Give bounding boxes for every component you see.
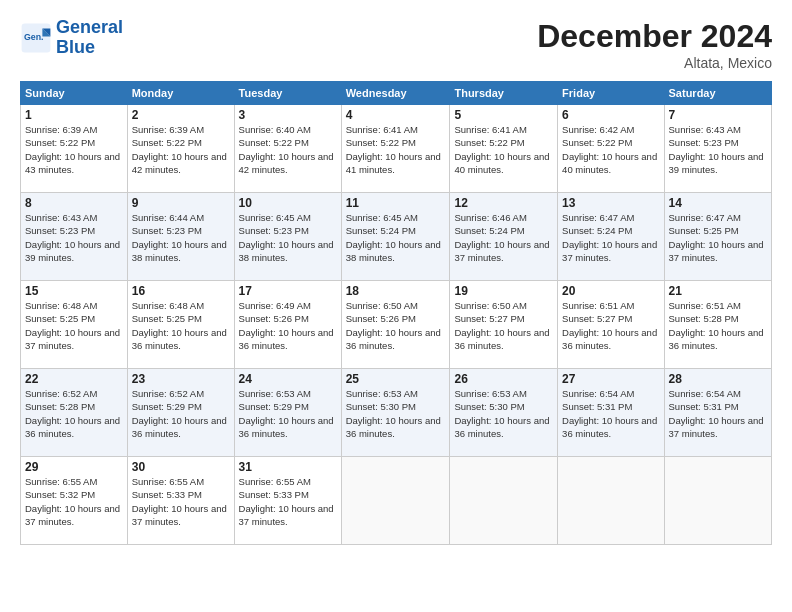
day-info: Sunrise: 6:51 AMSunset: 5:27 PMDaylight:… bbox=[562, 300, 657, 351]
calendar-cell: 16 Sunrise: 6:48 AMSunset: 5:25 PMDaylig… bbox=[127, 281, 234, 369]
day-number: 1 bbox=[25, 108, 123, 122]
day-info: Sunrise: 6:47 AMSunset: 5:25 PMDaylight:… bbox=[669, 212, 764, 263]
day-info: Sunrise: 6:42 AMSunset: 5:22 PMDaylight:… bbox=[562, 124, 657, 175]
day-number: 4 bbox=[346, 108, 446, 122]
day-info: Sunrise: 6:53 AMSunset: 5:29 PMDaylight:… bbox=[239, 388, 334, 439]
day-info: Sunrise: 6:43 AMSunset: 5:23 PMDaylight:… bbox=[25, 212, 120, 263]
day-number: 18 bbox=[346, 284, 446, 298]
calendar-cell: 10 Sunrise: 6:45 AMSunset: 5:23 PMDaylig… bbox=[234, 193, 341, 281]
day-info: Sunrise: 6:40 AMSunset: 5:22 PMDaylight:… bbox=[239, 124, 334, 175]
day-number: 11 bbox=[346, 196, 446, 210]
day-number: 17 bbox=[239, 284, 337, 298]
calendar-cell: 24 Sunrise: 6:53 AMSunset: 5:29 PMDaylig… bbox=[234, 369, 341, 457]
week-row-3: 15 Sunrise: 6:48 AMSunset: 5:25 PMDaylig… bbox=[21, 281, 772, 369]
calendar-cell: 5 Sunrise: 6:41 AMSunset: 5:22 PMDayligh… bbox=[450, 105, 558, 193]
calendar-cell: 31 Sunrise: 6:55 AMSunset: 5:33 PMDaylig… bbox=[234, 457, 341, 545]
day-info: Sunrise: 6:48 AMSunset: 5:25 PMDaylight:… bbox=[132, 300, 227, 351]
day-number: 12 bbox=[454, 196, 553, 210]
svg-text:Gen.: Gen. bbox=[24, 31, 44, 41]
calendar-cell: 3 Sunrise: 6:40 AMSunset: 5:22 PMDayligh… bbox=[234, 105, 341, 193]
day-number: 16 bbox=[132, 284, 230, 298]
day-info: Sunrise: 6:50 AMSunset: 5:27 PMDaylight:… bbox=[454, 300, 549, 351]
general-blue-icon: Gen. bbox=[20, 22, 52, 54]
calendar-cell bbox=[558, 457, 664, 545]
week-row-2: 8 Sunrise: 6:43 AMSunset: 5:23 PMDayligh… bbox=[21, 193, 772, 281]
calendar-cell: 8 Sunrise: 6:43 AMSunset: 5:23 PMDayligh… bbox=[21, 193, 128, 281]
location: Altata, Mexico bbox=[537, 55, 772, 71]
day-info: Sunrise: 6:46 AMSunset: 5:24 PMDaylight:… bbox=[454, 212, 549, 263]
calendar-cell: 15 Sunrise: 6:48 AMSunset: 5:25 PMDaylig… bbox=[21, 281, 128, 369]
day-number: 10 bbox=[239, 196, 337, 210]
calendar-cell: 20 Sunrise: 6:51 AMSunset: 5:27 PMDaylig… bbox=[558, 281, 664, 369]
day-info: Sunrise: 6:53 AMSunset: 5:30 PMDaylight:… bbox=[346, 388, 441, 439]
calendar-cell: 14 Sunrise: 6:47 AMSunset: 5:25 PMDaylig… bbox=[664, 193, 771, 281]
day-number: 22 bbox=[25, 372, 123, 386]
day-info: Sunrise: 6:47 AMSunset: 5:24 PMDaylight:… bbox=[562, 212, 657, 263]
day-info: Sunrise: 6:50 AMSunset: 5:26 PMDaylight:… bbox=[346, 300, 441, 351]
day-number: 30 bbox=[132, 460, 230, 474]
day-info: Sunrise: 6:45 AMSunset: 5:23 PMDaylight:… bbox=[239, 212, 334, 263]
calendar-cell: 9 Sunrise: 6:44 AMSunset: 5:23 PMDayligh… bbox=[127, 193, 234, 281]
logo-line1: General bbox=[56, 18, 123, 38]
day-info: Sunrise: 6:54 AMSunset: 5:31 PMDaylight:… bbox=[562, 388, 657, 439]
col-header-monday: Monday bbox=[127, 82, 234, 105]
day-info: Sunrise: 6:44 AMSunset: 5:23 PMDaylight:… bbox=[132, 212, 227, 263]
calendar-cell: 30 Sunrise: 6:55 AMSunset: 5:33 PMDaylig… bbox=[127, 457, 234, 545]
calendar-cell: 17 Sunrise: 6:49 AMSunset: 5:26 PMDaylig… bbox=[234, 281, 341, 369]
col-header-friday: Friday bbox=[558, 82, 664, 105]
calendar-cell: 25 Sunrise: 6:53 AMSunset: 5:30 PMDaylig… bbox=[341, 369, 450, 457]
calendar-cell bbox=[450, 457, 558, 545]
day-info: Sunrise: 6:51 AMSunset: 5:28 PMDaylight:… bbox=[669, 300, 764, 351]
calendar-cell: 11 Sunrise: 6:45 AMSunset: 5:24 PMDaylig… bbox=[341, 193, 450, 281]
day-number: 28 bbox=[669, 372, 767, 386]
col-header-wednesday: Wednesday bbox=[341, 82, 450, 105]
day-number: 7 bbox=[669, 108, 767, 122]
col-header-tuesday: Tuesday bbox=[234, 82, 341, 105]
day-number: 14 bbox=[669, 196, 767, 210]
day-number: 13 bbox=[562, 196, 659, 210]
day-info: Sunrise: 6:41 AMSunset: 5:22 PMDaylight:… bbox=[346, 124, 441, 175]
day-info: Sunrise: 6:52 AMSunset: 5:29 PMDaylight:… bbox=[132, 388, 227, 439]
day-number: 5 bbox=[454, 108, 553, 122]
logo: Gen. General Blue bbox=[20, 18, 123, 58]
day-info: Sunrise: 6:39 AMSunset: 5:22 PMDaylight:… bbox=[25, 124, 120, 175]
col-header-thursday: Thursday bbox=[450, 82, 558, 105]
col-header-saturday: Saturday bbox=[664, 82, 771, 105]
calendar-cell: 2 Sunrise: 6:39 AMSunset: 5:22 PMDayligh… bbox=[127, 105, 234, 193]
day-number: 15 bbox=[25, 284, 123, 298]
day-number: 8 bbox=[25, 196, 123, 210]
day-info: Sunrise: 6:45 AMSunset: 5:24 PMDaylight:… bbox=[346, 212, 441, 263]
day-info: Sunrise: 6:54 AMSunset: 5:31 PMDaylight:… bbox=[669, 388, 764, 439]
week-row-4: 22 Sunrise: 6:52 AMSunset: 5:28 PMDaylig… bbox=[21, 369, 772, 457]
calendar-cell: 13 Sunrise: 6:47 AMSunset: 5:24 PMDaylig… bbox=[558, 193, 664, 281]
calendar-cell: 27 Sunrise: 6:54 AMSunset: 5:31 PMDaylig… bbox=[558, 369, 664, 457]
col-header-sunday: Sunday bbox=[21, 82, 128, 105]
day-number: 21 bbox=[669, 284, 767, 298]
day-info: Sunrise: 6:39 AMSunset: 5:22 PMDaylight:… bbox=[132, 124, 227, 175]
calendar-cell: 12 Sunrise: 6:46 AMSunset: 5:24 PMDaylig… bbox=[450, 193, 558, 281]
day-info: Sunrise: 6:55 AMSunset: 5:33 PMDaylight:… bbox=[132, 476, 227, 527]
week-row-5: 29 Sunrise: 6:55 AMSunset: 5:32 PMDaylig… bbox=[21, 457, 772, 545]
calendar-cell: 28 Sunrise: 6:54 AMSunset: 5:31 PMDaylig… bbox=[664, 369, 771, 457]
day-number: 31 bbox=[239, 460, 337, 474]
calendar-cell: 7 Sunrise: 6:43 AMSunset: 5:23 PMDayligh… bbox=[664, 105, 771, 193]
week-row-1: 1 Sunrise: 6:39 AMSunset: 5:22 PMDayligh… bbox=[21, 105, 772, 193]
day-number: 24 bbox=[239, 372, 337, 386]
day-number: 2 bbox=[132, 108, 230, 122]
calendar-cell: 1 Sunrise: 6:39 AMSunset: 5:22 PMDayligh… bbox=[21, 105, 128, 193]
calendar-cell: 19 Sunrise: 6:50 AMSunset: 5:27 PMDaylig… bbox=[450, 281, 558, 369]
day-number: 26 bbox=[454, 372, 553, 386]
calendar-cell bbox=[664, 457, 771, 545]
calendar-cell bbox=[341, 457, 450, 545]
calendar-cell: 4 Sunrise: 6:41 AMSunset: 5:22 PMDayligh… bbox=[341, 105, 450, 193]
header: Gen. General Blue December 2024 Altata, … bbox=[20, 18, 772, 71]
day-info: Sunrise: 6:53 AMSunset: 5:30 PMDaylight:… bbox=[454, 388, 549, 439]
day-number: 6 bbox=[562, 108, 659, 122]
calendar-cell: 21 Sunrise: 6:51 AMSunset: 5:28 PMDaylig… bbox=[664, 281, 771, 369]
title-area: December 2024 Altata, Mexico bbox=[537, 18, 772, 71]
day-info: Sunrise: 6:48 AMSunset: 5:25 PMDaylight:… bbox=[25, 300, 120, 351]
day-info: Sunrise: 6:41 AMSunset: 5:22 PMDaylight:… bbox=[454, 124, 549, 175]
page: Gen. General Blue December 2024 Altata, … bbox=[0, 0, 792, 612]
logo-line2: Blue bbox=[56, 38, 123, 58]
calendar-cell: 22 Sunrise: 6:52 AMSunset: 5:28 PMDaylig… bbox=[21, 369, 128, 457]
